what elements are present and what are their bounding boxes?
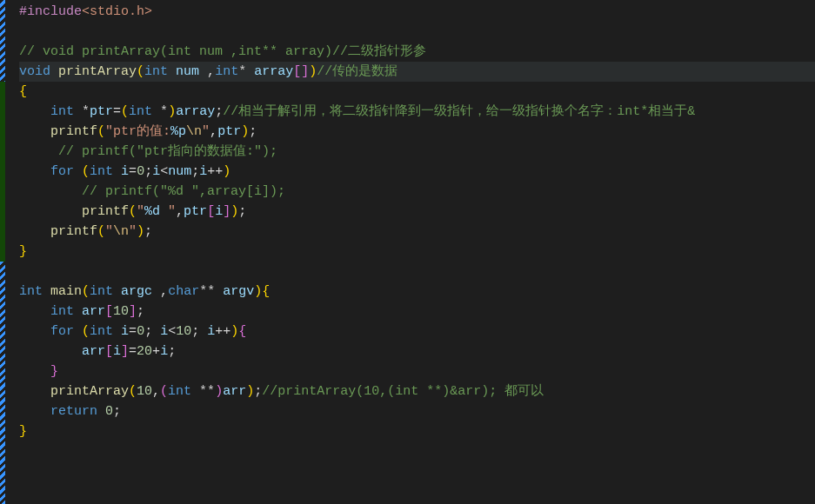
code-token bbox=[19, 342, 82, 361]
code-token: ) bbox=[137, 222, 144, 242]
code-token: { bbox=[19, 82, 27, 102]
code-token: ptr bbox=[184, 202, 207, 222]
code-token bbox=[43, 282, 50, 302]
code-token: , bbox=[152, 381, 160, 401]
code-line[interactable]: } bbox=[19, 242, 815, 262]
code-editor[interactable]: #include<stdio.h>// void printArray(int … bbox=[0, 0, 815, 441]
code-token: int bbox=[215, 62, 238, 82]
code-line[interactable]: for (int i=0;i<num;i++) bbox=[19, 162, 815, 182]
code-line[interactable]: { bbox=[19, 82, 815, 102]
code-token: { bbox=[262, 282, 270, 302]
code-token: int bbox=[19, 282, 43, 302]
code-token: ; bbox=[168, 342, 176, 361]
code-token bbox=[97, 401, 105, 421]
code-token bbox=[113, 162, 121, 182]
code-token: ( bbox=[129, 202, 137, 222]
code-token: " bbox=[129, 222, 137, 242]
code-line[interactable]: int main(int argc ,char** argv){ bbox=[19, 282, 815, 302]
code-token: " bbox=[105, 222, 113, 242]
code-token bbox=[168, 62, 176, 82]
code-token: int bbox=[168, 381, 191, 401]
code-line[interactable]: // printf("%d ",array[i]); bbox=[19, 182, 815, 202]
code-token: , bbox=[210, 122, 217, 142]
code-token: , bbox=[152, 282, 168, 302]
code-token: main bbox=[50, 282, 82, 302]
code-token: 10 bbox=[113, 302, 129, 322]
code-token: <stdio.h> bbox=[82, 2, 152, 22]
code-token: ) bbox=[168, 102, 176, 122]
code-line[interactable]: int arr[10]; bbox=[19, 302, 815, 322]
code-line[interactable]: // printf("ptr指向的数据值:"); bbox=[19, 142, 815, 162]
code-token: ( bbox=[160, 381, 168, 401]
code-line[interactable]: #include<stdio.h> bbox=[19, 2, 815, 22]
code-token bbox=[19, 322, 50, 342]
code-token: char bbox=[168, 282, 199, 302]
code-token: // printf("ptr指向的数据值:"); bbox=[58, 142, 277, 162]
code-token bbox=[19, 381, 50, 401]
code-line[interactable]: printArray(10,(int **)arr);//printArray(… bbox=[19, 381, 815, 401]
code-token: arr bbox=[82, 342, 105, 361]
gutter-change-marker bbox=[0, 82, 5, 262]
code-token: int bbox=[50, 102, 74, 122]
code-token: ] bbox=[301, 62, 309, 82]
code-token: ; bbox=[238, 202, 246, 222]
code-token: i bbox=[113, 342, 121, 361]
code-token: ; bbox=[144, 222, 152, 242]
code-token: %d bbox=[144, 202, 160, 222]
code-line[interactable]: arr[i]=20+i; bbox=[19, 342, 815, 361]
code-token: ; bbox=[254, 381, 262, 401]
code-token bbox=[19, 102, 50, 122]
code-token: ; bbox=[249, 122, 257, 142]
code-token: " bbox=[202, 122, 210, 142]
code-token: ) bbox=[309, 62, 317, 82]
code-token: void bbox=[19, 62, 50, 82]
code-line[interactable]: printf("%d ",ptr[i]); bbox=[19, 202, 815, 222]
code-token: < bbox=[160, 162, 168, 182]
code-token: ) bbox=[241, 122, 249, 142]
code-token: num bbox=[176, 62, 199, 82]
code-token: [ bbox=[207, 202, 215, 222]
code-token: ] bbox=[129, 302, 137, 322]
code-token: printf bbox=[50, 122, 97, 142]
code-line[interactable]: // void printArray(int num ,int** array)… bbox=[19, 42, 815, 62]
code-token: array bbox=[176, 102, 215, 122]
code-line[interactable]: } bbox=[19, 361, 815, 381]
code-token: [ bbox=[105, 342, 113, 361]
code-token: [ bbox=[105, 302, 113, 322]
code-token: 10 bbox=[176, 322, 191, 342]
code-line[interactable]: } bbox=[19, 421, 815, 441]
code-line[interactable]: void printArray(int num ,int* array[])//… bbox=[19, 62, 815, 82]
code-token: ) bbox=[246, 381, 254, 401]
code-token: int bbox=[90, 322, 113, 342]
code-token: // void printArray(int num ,int** array)… bbox=[19, 42, 426, 62]
code-token: = bbox=[129, 342, 137, 361]
code-token: ; bbox=[215, 102, 223, 122]
code-token: ; bbox=[113, 401, 121, 421]
code-token bbox=[74, 162, 82, 182]
code-line[interactable] bbox=[19, 262, 815, 282]
code-line[interactable]: return 0; bbox=[19, 401, 815, 421]
code-token: ( bbox=[129, 381, 137, 401]
code-token bbox=[19, 302, 50, 322]
code-token: ( bbox=[82, 162, 90, 182]
code-token: = bbox=[129, 322, 137, 342]
code-token: ) bbox=[230, 202, 238, 222]
code-token: ) bbox=[254, 282, 262, 302]
code-line[interactable]: int *ptr=(int *)array;//相当于解引用，将二级指针降到一级… bbox=[19, 102, 815, 122]
code-token: * bbox=[74, 102, 90, 122]
code-token: #include bbox=[19, 2, 82, 22]
code-line[interactable]: printf("\n"); bbox=[19, 222, 815, 242]
code-line[interactable]: printf("ptr的值:%p\n",ptr); bbox=[19, 122, 815, 142]
code-token bbox=[19, 361, 50, 381]
code-token: , bbox=[176, 202, 184, 222]
code-line[interactable]: for (int i=0; i<10; i++){ bbox=[19, 322, 815, 342]
code-token: * bbox=[152, 102, 168, 122]
code-token: \n bbox=[113, 222, 129, 242]
code-token: ( bbox=[82, 282, 90, 302]
code-token: printf bbox=[50, 222, 97, 242]
code-token: num bbox=[168, 162, 191, 182]
code-token: i bbox=[215, 202, 223, 222]
code-line[interactable] bbox=[19, 22, 815, 42]
code-token: printArray bbox=[58, 62, 137, 82]
code-token: return bbox=[50, 401, 97, 421]
